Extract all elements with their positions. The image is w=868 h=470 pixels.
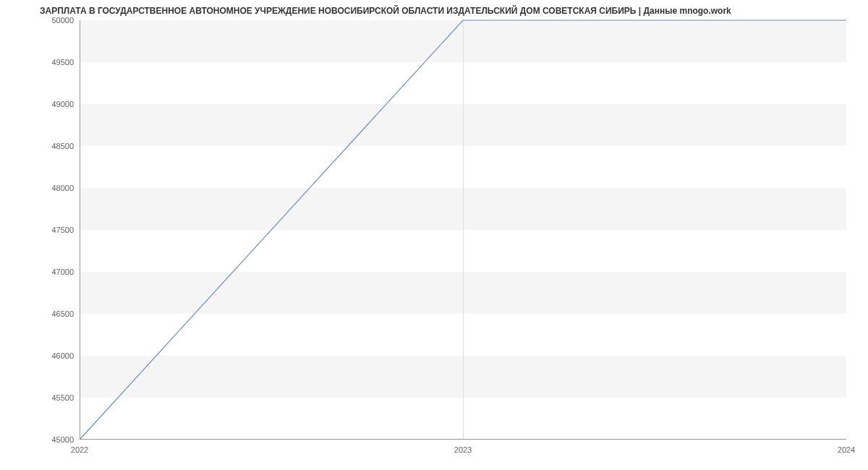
x-tick-label: 2024	[838, 445, 855, 454]
y-tick-label: 46000	[51, 351, 74, 360]
y-tick-label: 49500	[51, 58, 74, 67]
y-axis-line	[80, 20, 80, 440]
x-tick-label: 2022	[71, 445, 88, 454]
y-tick-label: 48500	[51, 142, 74, 150]
chart-container: ЗАРПЛАТА В ГОСУДАРСТВЕННОЕ АВТОНОМНОЕ УЧ…	[0, 0, 868, 470]
y-tick-label: 47500	[51, 226, 74, 234]
line-chart-svg	[80, 20, 846, 440]
x-tick-label: 2023	[454, 445, 472, 454]
x-axis: 202220232024	[80, 440, 846, 461]
y-tick-label: 48000	[51, 184, 74, 192]
y-tick-label: 50000	[51, 16, 74, 25]
y-tick-label: 45500	[51, 393, 74, 402]
y-tick-label: 47000	[51, 268, 74, 276]
plot-area	[80, 20, 846, 440]
chart-title: ЗАРПЛАТА В ГОСУДАРСТВЕННОЕ АВТОНОМНОЕ УЧ…	[0, 0, 868, 16]
y-tick-label: 46500	[51, 309, 74, 318]
y-axis: 4500045500460004650047000475004800048500…	[0, 20, 80, 440]
data-line	[80, 20, 846, 440]
y-tick-label: 45000	[51, 435, 74, 444]
y-tick-label: 49000	[51, 100, 74, 108]
